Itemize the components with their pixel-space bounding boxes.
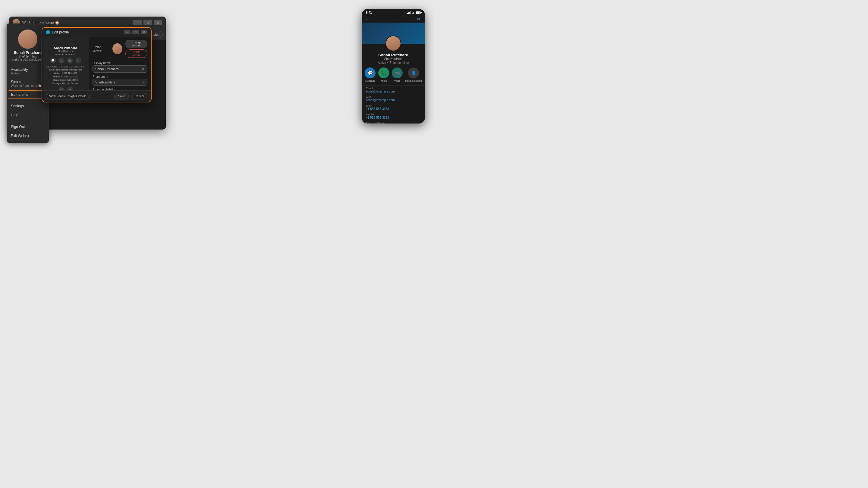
close-button[interactable]: ✕ (154, 20, 162, 25)
mobile-profile-info: Sonali Pritchard She/Her/Hers Active • 📍… (362, 53, 425, 64)
profile-picture-label: Profile picture (93, 45, 110, 52)
contact-mobile-field: Mobile +1 555-555-3333 (366, 113, 421, 119)
preview-message-icon: 💬 (50, 58, 56, 64)
change-picture-button[interactable]: Change picture (125, 40, 147, 48)
edit-profile-modal: Edit profile − □ ✕ Sonali Pritchard She/… (41, 27, 152, 102)
preview-call-icon: 📞 (59, 58, 64, 64)
mobile-panel: 9:41 ▲ ‹ ✏ Sonali Pritchard She/Her/Hers… (362, 9, 425, 124)
mobile-message-button[interactable]: 💬 Message (365, 67, 375, 82)
chevron-right-icon: › (44, 113, 44, 117)
battery-icon (416, 11, 421, 14)
preview-status: Active • Let's rock it! (55, 53, 76, 56)
menu-item-sign-out[interactable]: Sign Out (7, 122, 49, 131)
modal-body: Sonali Pritchard She/Her/Hers Active • L… (42, 37, 151, 90)
contact-work-phone-field: Work +1 555-555-3333 (366, 104, 421, 110)
view-people-insights-button[interactable]: View People Insights Profile (46, 93, 90, 99)
mobile-icons: ▲ (407, 11, 421, 14)
mobile-nav-bar: ‹ ✏ (362, 15, 425, 23)
video-icon: 📹 (392, 67, 403, 78)
sidebar-email: spritchard@example.com (12, 58, 43, 61)
mobile-actions: 💬 Message 📞 Audio 📹 Video 👤 People Insig… (362, 64, 425, 85)
pronouns-select[interactable]: She/Her/Hers He/Him/His They/Them/Theirs (95, 80, 143, 84)
contact-work-email-value[interactable]: sonali@example.com (366, 98, 421, 102)
mobile-edit-button[interactable]: ✏ (417, 17, 421, 22)
delete-picture-button[interactable]: Delete picture (125, 50, 147, 58)
display-name-input-wrap[interactable]: ✕ (93, 65, 147, 73)
preview-mobile: Mobile: +1 555 123 1200 (53, 75, 78, 78)
webex-logo-icon (46, 30, 50, 34)
preview-video-icon: 📹 (67, 58, 73, 64)
contact-work-email-field: Work sonali@example.com (366, 96, 421, 102)
mobile-back-button[interactable]: ‹ (366, 17, 367, 22)
mobile-message-label: Message (365, 79, 375, 82)
clear-display-name-button[interactable]: ✕ (142, 67, 145, 71)
mobile-cover (362, 23, 425, 44)
mobile-people-insights-button[interactable]: 👤 People Insights (405, 67, 422, 82)
preview-mail-icon: ✉ (67, 87, 73, 90)
contact-email-field: Email sonali@example.com (366, 87, 421, 93)
pronouns-info-icon: ℹ (107, 75, 108, 78)
wifi-icon: ▲ (412, 11, 415, 14)
display-name-field: Display name ✕ (93, 61, 147, 73)
sidebar-avatar (18, 30, 37, 49)
cancel-button[interactable]: Cancel (131, 93, 147, 99)
save-button[interactable]: Save (114, 93, 129, 99)
modal-title: Edit profile (52, 30, 69, 34)
contact-personal-room-field: Personal Room sonali@example.domain.com (366, 122, 421, 124)
mobile-video-label: Video (394, 79, 400, 82)
profile-picture-section: Profile picture Change picture Delete pi… (93, 40, 147, 58)
display-name-label: Display name (93, 61, 147, 65)
signal-icon (407, 11, 410, 14)
minimize-button[interactable]: − (133, 20, 142, 25)
maximize-button[interactable]: □ (144, 20, 152, 25)
edit-profile-form: Profile picture Change picture Delete pi… (89, 37, 151, 90)
modal-footer-actions: Save Cancel (114, 93, 147, 99)
modal-footer: View People Insights Profile Save Cancel (42, 90, 151, 102)
sidebar-user-name: Sonali Pritchard (14, 51, 41, 55)
modal-title-bar: Edit profile − □ ✕ (42, 28, 151, 37)
preview-share-icon: ⬡ (59, 87, 64, 90)
pronouns-label: Pronouns ℹ (93, 75, 147, 78)
preview-name: Sonali Pritchard (54, 46, 77, 50)
pronouns-select-wrap[interactable]: She/Her/Hers He/Him/His They/Them/Theirs… (93, 79, 147, 86)
mobile-pronouns: She/Her/Hers (365, 57, 422, 61)
contact-mobile-value[interactable]: +1 555-555-3333 (366, 116, 421, 119)
contact-work-phone-value[interactable]: +1 555-555-3333 (366, 107, 421, 110)
pronouns-field: Pronouns ℹ She/Her/Hers He/Him/His They/… (93, 75, 147, 86)
mobile-status-line: Active • 📍 In the office (365, 61, 422, 64)
message-icon: 💬 (365, 67, 375, 78)
menu-item-settings[interactable]: Settings (7, 101, 49, 110)
menu-divider-2 (7, 121, 49, 121)
mobile-contact-info: Email sonali@example.com Work sonali@exa… (362, 85, 425, 124)
chevron-down-icon: ▾ (143, 81, 145, 84)
mobile-audio-button[interactable]: 📞 Audio (378, 67, 389, 82)
mobile-audio-label: Audio (381, 79, 387, 82)
menu-item-exit-webex[interactable]: Exit Webex (7, 131, 49, 140)
title-bar-controls: − □ ✕ (133, 20, 162, 25)
mobile-status-bar: 9:41 ▲ (362, 9, 425, 15)
contact-email-value[interactable]: sonali@example.com (366, 90, 421, 93)
mobile-time: 9:41 (366, 11, 372, 14)
profile-picture-buttons: Change picture Delete picture (125, 40, 147, 58)
audio-icon: 📞 (378, 67, 389, 78)
preview-more-icon: ⋯ (75, 58, 82, 64)
mobile-user-name: Sonali Pritchard (365, 53, 422, 57)
menu-item-help[interactable]: Help › (7, 110, 49, 120)
modal-close-button[interactable]: ✕ (141, 30, 147, 34)
profile-picture-thumbnail (113, 43, 122, 54)
sidebar-pronouns: She/Her/Hers (19, 55, 37, 58)
preview-email: Email: spritchard@example.com (49, 68, 82, 71)
pronoun-visibility-field: Pronoun visibility People in my organiza… (93, 88, 147, 90)
preview-manager: Manager: Barbara German (52, 82, 79, 85)
preview-department: Department: 512345678 (53, 78, 78, 82)
preview-work: Work: +1 555 123 4567 (54, 71, 77, 75)
modal-minimize-button[interactable]: − (124, 30, 130, 34)
display-name-input[interactable] (95, 67, 142, 71)
profile-preview: Sonali Pritchard She/Her/Hers Active • L… (42, 37, 89, 90)
people-insights-icon: 👤 (408, 67, 419, 78)
modal-maximize-button[interactable]: □ (132, 30, 139, 34)
preview-job-title: DESIGNER, USER EXPERIENCE (46, 65, 85, 68)
preview-pronouns: She/Her/Hers (58, 50, 73, 53)
mobile-video-button[interactable]: 📹 Video (392, 67, 403, 82)
mobile-people-insights-label: People Insights (405, 79, 422, 82)
